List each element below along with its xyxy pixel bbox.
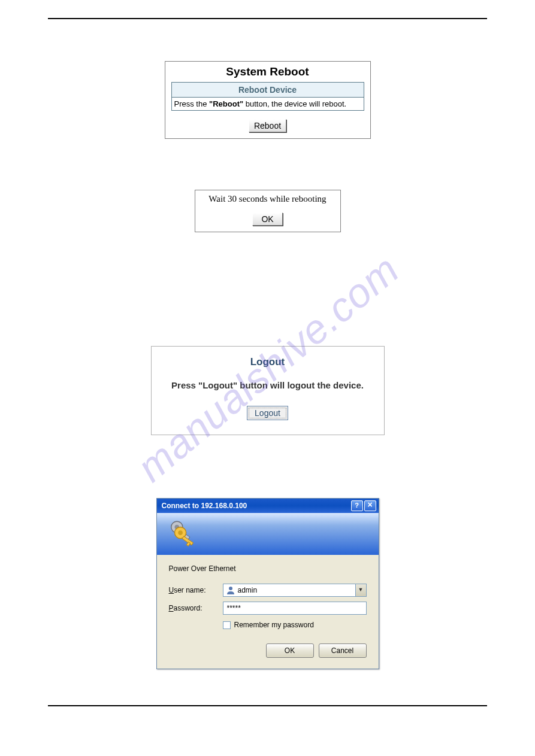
close-button[interactable]: ×: [364, 500, 376, 511]
username-label: User name:: [169, 586, 223, 594]
connect-dialog-banner: [157, 513, 379, 555]
user-icon: [226, 585, 235, 595]
logout-title: Logout: [162, 356, 373, 368]
connect-realm-text: Power Over Ethernet: [169, 564, 367, 573]
system-reboot-panel: System Reboot Reboot Device Press the "R…: [165, 61, 371, 139]
svg-rect-6: [186, 542, 190, 546]
connect-dialog-titlebar: Connect to 192.168.0.100 ? ×: [157, 499, 379, 513]
help-button[interactable]: ?: [351, 500, 363, 511]
reboot-device-text: Press the "Reboot" button, the device wi…: [171, 98, 364, 111]
reboot-device-header: Reboot Device: [171, 83, 364, 98]
logout-instruction-text: Press "Logout" button will logout the de…: [162, 380, 373, 390]
connect-dialog-window: Connect to 192.168.0.100 ? × Power Over …: [156, 498, 379, 669]
password-input[interactable]: [223, 602, 367, 615]
password-label: Password:: [169, 604, 223, 612]
username-combobox[interactable]: admin ▼: [223, 584, 367, 597]
username-dropdown-arrow[interactable]: ▼: [355, 584, 366, 596]
keys-icon: [168, 519, 195, 549]
connect-dialog-title-text: Connect to 192.168.0.100: [162, 502, 350, 510]
wait-dialog-text: Wait 30 seconds while rebooting: [200, 194, 335, 204]
remember-password-label: Remember my password: [234, 621, 314, 629]
connect-cancel-button[interactable]: Cancel: [319, 643, 367, 658]
svg-point-7: [229, 587, 232, 590]
connect-ok-button[interactable]: OK: [266, 643, 314, 658]
logout-button[interactable]: Logout: [247, 406, 288, 420]
bottom-horizontal-rule: [48, 705, 487, 706]
system-reboot-title: System Reboot: [171, 65, 364, 78]
remember-password-checkbox[interactable]: [223, 621, 231, 629]
logout-panel: Logout Press "Logout" button will logout…: [151, 346, 385, 435]
wait-ok-button[interactable]: OK: [252, 212, 282, 226]
reboot-device-table: Reboot Device Press the "Reboot" button,…: [171, 82, 364, 111]
reboot-button[interactable]: Reboot: [249, 119, 286, 132]
wait-dialog-panel: Wait 30 seconds while rebooting OK: [195, 190, 341, 232]
username-value: admin: [238, 586, 355, 594]
svg-point-4: [178, 530, 183, 535]
